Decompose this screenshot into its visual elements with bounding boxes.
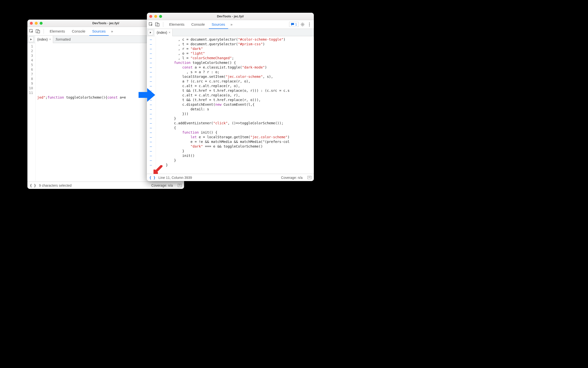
pretty-print-icon[interactable]: { } <box>30 184 36 187</box>
gutter: 1234567891011 <box>27 43 36 182</box>
settings-icon[interactable] <box>300 22 306 27</box>
code-line: t && (t.href = t.href.replace(r, o))), <box>157 98 314 102</box>
footer: { } 9 characters selected Coverage: n/a <box>27 182 184 189</box>
file-tab-label: :formatted <box>55 37 71 41</box>
device-toolbar-icon[interactable] <box>35 29 41 34</box>
close-icon[interactable]: × <box>49 37 51 41</box>
code-line: c.addEventListener("click", ()=>toggleCo… <box>157 121 314 126</box>
code-line: "dark" === e && toggleColorScheme() <box>157 144 314 149</box>
devtools-window-right: DevTools - jec.fyi/ Elements Console Sou… <box>147 13 314 181</box>
file-tab-index[interactable]: (index) × <box>155 29 173 36</box>
red-arrow-annotation <box>153 165 163 175</box>
main-toolbar: Elements Console Sources » 1 <box>147 20 314 29</box>
status-text: Line 11, Column 3939 <box>158 176 192 180</box>
code-line: , s = a ? r : o; <box>157 70 314 74</box>
code-line: , o = "light" <box>157 51 314 56</box>
code-line: { <box>157 126 314 130</box>
navigator-toggle-icon[interactable] <box>28 37 34 42</box>
file-tab-label: (index) <box>37 37 48 41</box>
code-line: } <box>157 149 314 153</box>
status-text: 9 characters selected <box>39 184 71 187</box>
code-line: let e = localStorage.getItem("jec.color-… <box>157 135 314 139</box>
code-line: const a = e.classList.toggle("dark-mode"… <box>157 65 314 70</box>
svg-rect-5 <box>157 23 159 26</box>
code-line: , l = "colorSchemeChanged"; <box>157 56 314 60</box>
code-line: function toggleColorScheme() { <box>157 60 314 65</box>
code-line: , r = "dark" <box>157 46 314 51</box>
close-icon[interactable]: × <box>169 31 171 34</box>
code-line: c.alt = c.alt.replace(r, o), <box>157 84 314 88</box>
pretty-print-icon[interactable]: { } <box>149 176 155 180</box>
code-line: e = !e && matchMedia && matchMedia("(pre… <box>157 139 314 144</box>
message-icon <box>291 23 294 26</box>
gutter-folds: –––––––––––––––––––––––––––– <box>147 36 156 174</box>
code-line: } <box>157 116 314 121</box>
code-line: localStorage.setItem("jec.color-scheme",… <box>157 74 314 79</box>
code-content[interactable]: , c = document.querySelector("#color-sch… <box>156 36 314 174</box>
code-line: t && (t.href = t.href.replace(o, r))) : … <box>157 88 314 93</box>
code-line: c.dispatchEvent(new CustomEvent(l,{ <box>157 102 314 107</box>
svg-point-8 <box>309 24 310 25</box>
footer: { } Line 11, Column 3939 Coverage: n/a <box>147 174 314 181</box>
svg-point-9 <box>309 25 310 26</box>
code-line: c.alt = c.alt.replace(o, r), <box>157 93 314 98</box>
code-line: })) <box>157 112 314 116</box>
code-line: init() <box>157 153 314 158</box>
file-tab-index[interactable]: (index) × <box>35 36 53 43</box>
svg-point-6 <box>302 24 303 25</box>
code-line: , t = document.querySelector("#prism-css… <box>157 42 314 46</box>
blue-arrow-annotation <box>139 88 156 102</box>
titlebar: DevTools - jec.fyi/ <box>147 13 314 20</box>
tab-console[interactable]: Console <box>69 27 88 36</box>
tab-sources[interactable]: Sources <box>89 27 109 36</box>
code-editor[interactable]: –––––––––––––––––––––––––––– , c = docum… <box>147 36 314 174</box>
drawer-toggle-icon[interactable] <box>307 176 311 179</box>
inspect-element-icon[interactable] <box>148 22 154 27</box>
svg-point-7 <box>309 23 310 23</box>
tab-sources[interactable]: Sources <box>209 20 228 29</box>
issue-count: 1 <box>295 23 297 26</box>
issues-badge[interactable]: 1 <box>289 22 299 27</box>
tabs-overflow-icon[interactable]: » <box>110 27 115 36</box>
code-line: } <box>157 158 314 163</box>
code-line: , c = document.querySelector("#color-sch… <box>157 37 314 42</box>
tabs-overflow-icon[interactable]: » <box>229 20 234 29</box>
file-tab-label: (index) <box>157 31 167 34</box>
coverage-text: Coverage: n/a <box>281 176 303 180</box>
divider <box>163 22 163 27</box>
divider <box>44 29 44 34</box>
tab-elements[interactable]: Elements <box>47 27 68 36</box>
code-line: } <box>157 163 314 167</box>
drawer-toggle-icon[interactable] <box>178 184 182 187</box>
tab-console[interactable]: Console <box>188 20 208 29</box>
window-title: DevTools - jec.fyi/ <box>147 14 314 18</box>
device-toolbar-icon[interactable] <box>155 22 160 27</box>
file-tabstrip: (index) × <box>147 29 314 36</box>
svg-rect-2 <box>38 30 40 33</box>
inspect-element-icon[interactable] <box>29 29 34 34</box>
code-line: function init() { <box>157 130 314 135</box>
kebab-menu-icon[interactable] <box>306 22 312 27</box>
navigator-toggle-icon[interactable] <box>148 30 153 35</box>
tab-elements[interactable]: Elements <box>166 20 188 29</box>
coverage-text: Coverage: n/a <box>151 184 173 187</box>
code-line: a ? (c.src = c.src.replace(r, o), <box>157 79 314 84</box>
file-tab-formatted[interactable]: :formatted <box>53 36 72 43</box>
code-line: detail: s <box>157 107 314 112</box>
